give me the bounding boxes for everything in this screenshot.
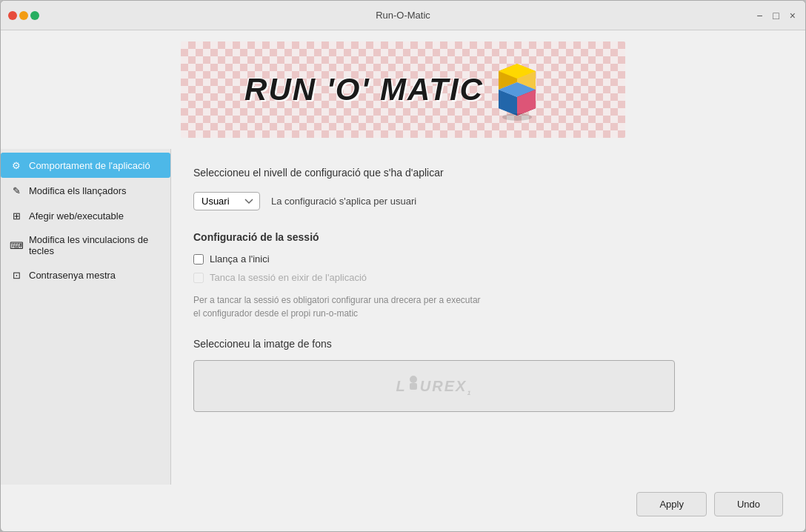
close-button[interactable]: × bbox=[787, 10, 798, 21]
watermark-icon bbox=[407, 375, 420, 391]
content-area: Seleccioneu el nivell de configuració qu… bbox=[171, 149, 805, 485]
config-level-select[interactable]: Usuari Sistema bbox=[193, 192, 260, 210]
info-text: Per a tancar la sessió es obligatori con… bbox=[193, 293, 638, 320]
sidebar-label-vinculacions: Modifica les vinculacions de tecles bbox=[29, 234, 161, 256]
apply-button[interactable]: Apply bbox=[636, 492, 707, 516]
main-area: ⚙ Comportament de l'aplicació ✎ Modifica… bbox=[1, 149, 805, 485]
launch-label: Llança a l'inici bbox=[210, 253, 270, 265]
sidebar-label-comportament: Comportament de l'aplicació bbox=[29, 160, 150, 171]
close-session-row: Tanca la sessió en eixir de l'aplicació bbox=[193, 272, 783, 283]
close-session-label: Tanca la sessió en eixir de l'aplicació bbox=[210, 272, 367, 283]
sidebar-item-web[interactable]: ⊞ Afegir web/executable bbox=[1, 203, 170, 228]
launch-row: Llança a l'inici bbox=[193, 253, 783, 265]
window-title: Run-O-Matic bbox=[376, 10, 430, 21]
edit-icon: ✎ bbox=[10, 184, 23, 197]
sidebar-label-contrasenya: Contrasenya mestra bbox=[29, 270, 116, 281]
sidebar-item-llancadors[interactable]: ✎ Modifica els llançadors bbox=[1, 178, 170, 203]
password-icon: ⊡ bbox=[10, 268, 23, 282]
window-icon bbox=[8, 11, 39, 20]
logo-cubes bbox=[495, 56, 562, 123]
sidebar-item-contrasenya[interactable]: ⊡ Contrasenya mestra bbox=[1, 262, 170, 287]
add-icon: ⊞ bbox=[10, 209, 23, 222]
cubes-svg bbox=[495, 56, 562, 123]
logo-area: RUN 'O' MATIC bbox=[1, 30, 805, 149]
keyboard-icon: ⌨ bbox=[10, 239, 23, 252]
svg-point-9 bbox=[502, 113, 532, 121]
bg-image-watermark: L UREX₁ bbox=[396, 375, 473, 397]
sidebar: ⚙ Comportament de l'aplicació ✎ Modifica… bbox=[1, 149, 171, 485]
sidebar-label-llancadors: Modifica els llançadors bbox=[29, 185, 127, 196]
maximize-button[interactable]: □ bbox=[770, 10, 781, 21]
launch-checkbox[interactable] bbox=[193, 254, 204, 265]
dot-green bbox=[30, 11, 39, 20]
dot-red bbox=[8, 11, 17, 20]
window-controls: − □ × bbox=[754, 10, 798, 21]
titlebar: Run-O-Matic − □ × bbox=[1, 1, 805, 30]
logo-banner: RUN 'O' MATIC bbox=[181, 41, 625, 138]
session-title: Configuració de la sessió bbox=[193, 231, 783, 243]
minimize-button[interactable]: − bbox=[754, 10, 765, 21]
logo-text: RUN 'O' MATIC bbox=[244, 72, 484, 107]
bg-image-box[interactable]: L UREX₁ bbox=[193, 360, 675, 412]
bottom-bar: Apply Undo bbox=[1, 485, 805, 531]
dot-yellow bbox=[19, 11, 28, 20]
config-level-title: Seleccioneu el nivell de configuració qu… bbox=[193, 167, 783, 179]
sidebar-item-comportament[interactable]: ⚙ Comportament de l'aplicació bbox=[1, 153, 170, 178]
config-description: La configuració s'aplica per usuari bbox=[271, 196, 416, 207]
app-icon: ⚙ bbox=[10, 159, 23, 172]
sidebar-item-vinculacions[interactable]: ⌨ Modifica les vinculacions de tecles bbox=[1, 228, 170, 262]
main-window: Run-O-Matic − □ × RUN 'O' MATIC bbox=[0, 0, 806, 532]
svg-rect-11 bbox=[410, 383, 417, 390]
bg-image-title: Seleccioneu la imatge de fons bbox=[193, 338, 783, 350]
config-level-row: Usuari Sistema La configuració s'aplica … bbox=[193, 192, 783, 210]
close-session-checkbox[interactable] bbox=[193, 273, 204, 283]
sidebar-label-web: Afegir web/executable bbox=[29, 210, 124, 222]
svg-point-10 bbox=[410, 376, 417, 383]
undo-button[interactable]: Undo bbox=[714, 492, 783, 516]
